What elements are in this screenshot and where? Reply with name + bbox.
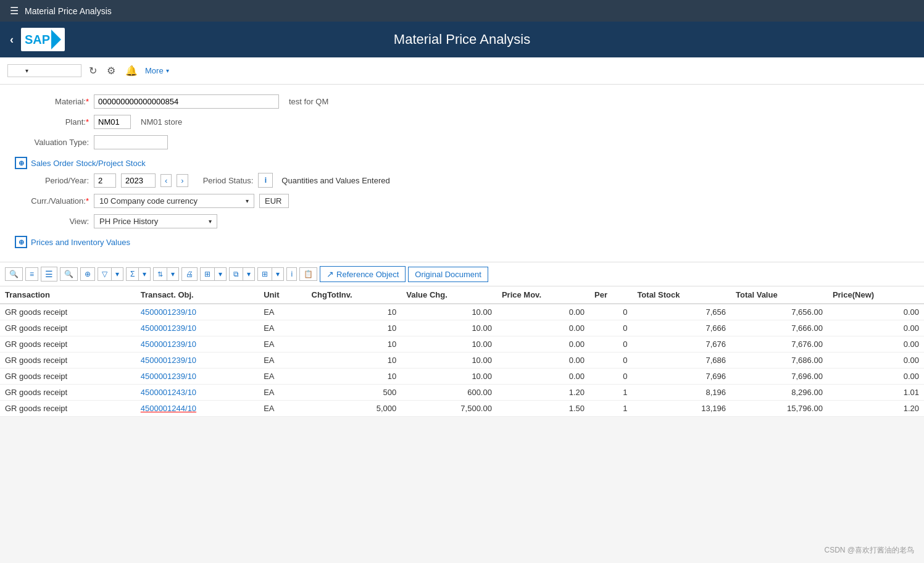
refresh-button[interactable]: ↻: [86, 62, 99, 79]
sales-order-section-header: ⊕ Sales Order Stock/Project Stock: [15, 157, 909, 169]
zoom-button[interactable]: 🔍: [5, 267, 23, 281]
period-input[interactable]: [94, 173, 116, 188]
back-button[interactable]: ‹: [10, 33, 14, 46]
col-per: Per: [589, 286, 632, 304]
cell-transaction: GR goods receipt: [0, 385, 136, 401]
period-prev-button[interactable]: ‹: [160, 174, 172, 187]
original-document-button[interactable]: Original Document: [408, 267, 488, 282]
notification-button[interactable]: 🔔: [123, 62, 140, 79]
cell-price-mov: 0.00: [497, 352, 589, 369]
filter-chevron-button[interactable]: ▾: [112, 268, 123, 280]
cell-transaction: GR goods receipt: [0, 304, 136, 320]
info-button[interactable]: i: [286, 267, 297, 281]
valuation-type-row: Valuation Type:: [15, 135, 909, 149]
ref-obj-icon: ↗: [327, 269, 334, 279]
view-dropdown[interactable]: PH Price History ▾: [94, 214, 217, 228]
cell-transaction: GR goods receipt: [0, 401, 136, 417]
material-input[interactable]: [94, 94, 279, 109]
search-button[interactable]: 🔍: [60, 267, 78, 281]
plant-input[interactable]: [94, 115, 131, 129]
reference-object-button[interactable]: ↗ Reference Object: [320, 266, 406, 282]
cell-chg-tot-inv: 5,000: [307, 401, 402, 417]
add-row-button[interactable]: ⊕: [80, 267, 95, 281]
cell-transact-obj[interactable]: 4500001239/10: [136, 304, 259, 320]
table-settings-button[interactable]: ⊞: [258, 268, 272, 280]
table-header-row: Transaction Transact. Obj. Unit ChgTotIn…: [0, 286, 924, 304]
cell-total-stock: 7,666: [632, 320, 731, 336]
cell-total-stock: 13,196: [632, 401, 731, 417]
sales-order-collapse-icon[interactable]: ⊕: [15, 157, 27, 169]
grid-group: ⊞ ▾: [200, 267, 227, 281]
cell-transact-obj[interactable]: 4500001239/10: [136, 369, 259, 385]
curr-valuation-row: Curr./Valuation:* 10 Company code curren…: [15, 194, 909, 208]
cell-transact-obj[interactable]: 4500001244/10: [136, 401, 259, 417]
year-input[interactable]: [121, 173, 156, 188]
currency-code[interactable]: EUR: [259, 194, 289, 208]
toolbar-dropdown[interactable]: ▾: [7, 64, 81, 77]
cell-value-chg: 10.00: [401, 336, 497, 352]
align-left-button[interactable]: ≡: [25, 267, 38, 281]
view-row: View: PH Price History ▾: [15, 214, 909, 228]
cell-value-chg: 7,500.00: [401, 401, 497, 417]
period-info-button[interactable]: i: [258, 173, 273, 188]
cell-unit: EA: [259, 336, 306, 352]
grid-button[interactable]: ⊞: [201, 268, 215, 280]
curr-val-dropdown[interactable]: 10 Company code currency ▾: [94, 194, 254, 208]
main-toolbar: ▾ ↻ ⚙ 🔔 More ▾: [0, 57, 924, 85]
col-value-chg: Value Chg.: [401, 286, 497, 304]
print-group: 🖨: [181, 267, 198, 281]
sum-button[interactable]: Σ: [127, 268, 139, 280]
col-unit: Unit: [259, 286, 306, 304]
sort-chevron-button[interactable]: ▾: [167, 268, 178, 280]
more-button[interactable]: More ▾: [145, 66, 169, 75]
table-settings-chevron-button[interactable]: ▾: [272, 268, 283, 280]
valuation-type-label: Valuation Type:: [15, 138, 89, 147]
table-row: GR goods receipt 4500001239/10 EA 10 10.…: [0, 336, 924, 352]
sap-logo-text: SAP: [25, 33, 50, 47]
cell-price-new: 1.20: [828, 401, 924, 417]
cell-transact-obj[interactable]: 4500001239/10: [136, 352, 259, 369]
hamburger-icon[interactable]: ☰: [10, 5, 19, 17]
sort-button[interactable]: ⇅: [154, 268, 167, 280]
cell-price-mov: 0.00: [497, 336, 589, 352]
page-title: Material Price Analysis: [394, 31, 530, 48]
cell-value-chg: 10.00: [401, 369, 497, 385]
cell-price-new: 0.00: [828, 336, 924, 352]
cell-price-mov: 1.20: [497, 385, 589, 401]
cell-total-stock: 8,196: [632, 385, 731, 401]
cell-transact-obj[interactable]: 4500001243/10: [136, 385, 259, 401]
align-center-button[interactable]: ☰: [41, 267, 57, 282]
personalize-button[interactable]: ⚙: [104, 62, 118, 79]
cell-unit: EA: [259, 320, 306, 336]
filter-button[interactable]: ▽: [98, 268, 112, 280]
copy-chevron-button[interactable]: ▾: [243, 268, 254, 280]
clipboard-button[interactable]: 📋: [299, 267, 317, 281]
cell-per: 1: [589, 385, 632, 401]
copy-group: ⧉ ▾: [229, 267, 255, 281]
cell-per: 0: [589, 352, 632, 369]
cell-unit: EA: [259, 401, 306, 417]
cell-chg-tot-inv: 10: [307, 336, 402, 352]
table-row: GR goods receipt 4500001239/10 EA 10 10.…: [0, 352, 924, 369]
material-row: Material:* test for QM: [15, 94, 909, 109]
cell-value-chg: 600.00: [401, 385, 497, 401]
data-table: Transaction Transact. Obj. Unit ChgTotIn…: [0, 286, 924, 417]
cell-price-mov: 0.00: [497, 369, 589, 385]
grid-chevron-button[interactable]: ▾: [215, 268, 226, 280]
col-total-value: Total Value: [731, 286, 828, 304]
cell-total-stock: 7,676: [632, 336, 731, 352]
sum-chevron-button[interactable]: ▾: [139, 268, 150, 280]
valuation-type-input[interactable]: [94, 135, 168, 149]
view-chevron: ▾: [209, 218, 212, 225]
cell-price-new: 0.00: [828, 369, 924, 385]
table-row: GR goods receipt 4500001239/10 EA 10 10.…: [0, 320, 924, 336]
cell-transact-obj[interactable]: 4500001239/10: [136, 320, 259, 336]
sap-logo: SAP: [21, 28, 65, 51]
copy-button[interactable]: ⧉: [230, 268, 243, 280]
print-button[interactable]: 🖨: [182, 268, 197, 280]
period-next-button[interactable]: ›: [177, 174, 188, 187]
cell-unit: EA: [259, 352, 306, 369]
cell-transact-obj[interactable]: 4500001239/10: [136, 336, 259, 352]
cell-unit: EA: [259, 385, 306, 401]
prices-collapse-icon[interactable]: ⊕: [15, 236, 27, 248]
